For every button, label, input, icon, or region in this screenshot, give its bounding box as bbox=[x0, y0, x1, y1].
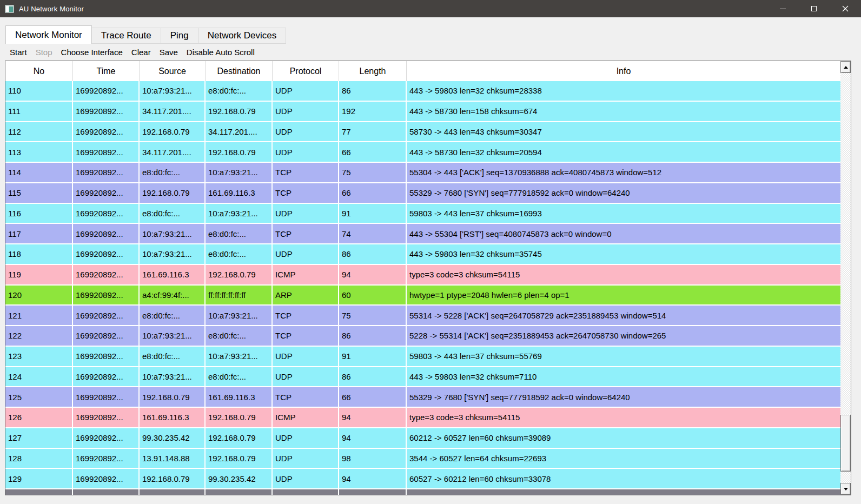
cell-no: 126 bbox=[5, 408, 73, 427]
cell-destination: 192.168.0.79 bbox=[206, 102, 273, 121]
table-row[interactable]: 129169920892...192.168.0.7999.30.235.42U… bbox=[5, 469, 840, 489]
maximize-button[interactable] bbox=[798, 0, 830, 17]
table-row[interactable]: 127169920892...99.30.235.42192.168.0.79U… bbox=[5, 428, 840, 449]
cell-time: 169920892... bbox=[73, 387, 140, 407]
cell-time: 169920892... bbox=[73, 102, 140, 121]
cell-info: 55329 -> 7680 ['SYN'] seq=777918592 ack=… bbox=[407, 183, 840, 203]
tab-network-devices[interactable]: Network Devices bbox=[198, 28, 287, 44]
cell-info: 3544 -> 60527 len=64 chksum=22693 bbox=[407, 449, 840, 468]
cell-no: 125 bbox=[5, 387, 73, 407]
cell-no: 118 bbox=[5, 244, 73, 264]
cell-length: 192 bbox=[339, 102, 407, 121]
cell-protocol: TCP bbox=[273, 387, 339, 407]
tab-network-monitor[interactable]: Network Monitor bbox=[5, 25, 92, 44]
cell-time: 169920892... bbox=[73, 183, 140, 203]
tab-label: Ping bbox=[170, 30, 189, 41]
cell-time: 169920892... bbox=[73, 224, 140, 243]
cell-info: 443 -> 58730 len=158 chksum=674 bbox=[407, 102, 840, 121]
cell-source: 192.168.0.79 bbox=[140, 469, 206, 488]
close-button[interactable] bbox=[830, 0, 861, 17]
cell-length: 66 bbox=[339, 142, 407, 162]
cell-length: 94 bbox=[339, 428, 407, 448]
cell-no: 127 bbox=[5, 428, 73, 448]
cell-destination: e8:d0:fc:... bbox=[206, 224, 273, 243]
table-row[interactable]: 122169920892...10:a7:93:21...e8:d0:fc:..… bbox=[5, 326, 840, 347]
cell-source: 13.91.148.88 bbox=[140, 449, 206, 468]
scrollbar-thumb[interactable] bbox=[840, 415, 851, 472]
column-header-source[interactable]: Source bbox=[140, 61, 206, 81]
cell-source: e8:d0:fc:... bbox=[140, 347, 206, 366]
table-row[interactable]: 124169920892...10:a7:93:21...e8:d0:fc:..… bbox=[5, 367, 840, 388]
table-row[interactable]: 117169920892...10:a7:93:21...e8:d0:fc:..… bbox=[5, 224, 840, 244]
scroll-down-button[interactable] bbox=[840, 483, 851, 495]
clear-button[interactable]: Clear bbox=[127, 48, 155, 57]
cell-source: 10:a7:93:21... bbox=[140, 224, 206, 243]
arrow-up-icon bbox=[844, 66, 848, 69]
cell-info: 59803 -> 443 len=37 chksum=55769 bbox=[407, 347, 840, 366]
cell-destination: 10:a7:93:21... bbox=[206, 163, 273, 182]
tab-label: Network Devices bbox=[208, 30, 277, 41]
column-header-info[interactable]: Info bbox=[407, 61, 840, 81]
column-header-destination[interactable]: Destination bbox=[206, 61, 273, 81]
cell-destination: 34.117.201.... bbox=[206, 122, 273, 142]
cell-info: hwtype=1 ptype=2048 hwlen=6 plen=4 op=1 bbox=[407, 286, 840, 305]
cell-source: 34.117.201.... bbox=[140, 142, 206, 162]
cell-time: 169920892... bbox=[73, 142, 140, 162]
column-header-time[interactable]: Time bbox=[73, 61, 140, 81]
partial-row[interactable] bbox=[5, 489, 840, 495]
cell-source: e8:d0:fc:... bbox=[140, 306, 206, 325]
table-row[interactable]: 119169920892...161.69.116.3192.168.0.79I… bbox=[5, 265, 840, 286]
auto-scroll-toggle[interactable]: Disable Auto Scroll bbox=[182, 48, 259, 57]
start-button[interactable]: Start bbox=[5, 48, 31, 57]
cell-length: 94 bbox=[339, 469, 407, 488]
choose-interface-button[interactable]: Choose Interface bbox=[57, 48, 127, 57]
table-row[interactable]: 113169920892...34.117.201....192.168.0.7… bbox=[5, 142, 840, 163]
cell-source: 161.69.116.3 bbox=[140, 408, 206, 427]
column-header-no[interactable]: No bbox=[5, 61, 73, 81]
save-button[interactable]: Save bbox=[155, 48, 182, 57]
cell-source: e8:d0:fc:... bbox=[140, 163, 206, 182]
cell-no: 117 bbox=[5, 224, 73, 243]
column-header-protocol[interactable]: Protocol bbox=[273, 61, 339, 81]
cell-length: 75 bbox=[339, 306, 407, 325]
cell-info: 55314 -> 5228 ['ACK'] seq=2647058729 ack… bbox=[407, 306, 840, 325]
table-row[interactable]: 116169920892...e8:d0:fc:...10:a7:93:21..… bbox=[5, 204, 840, 224]
cell-no: 123 bbox=[5, 347, 73, 366]
tab-ping[interactable]: Ping bbox=[161, 28, 198, 44]
table-row[interactable]: 121169920892...e8:d0:fc:...10:a7:93:21..… bbox=[5, 306, 840, 326]
table-row[interactable]: 115169920892...192.168.0.79161.69.116.3T… bbox=[5, 183, 840, 204]
cell-destination: 192.168.0.79 bbox=[206, 265, 273, 284]
table-row[interactable]: 114169920892...e8:d0:fc:...10:a7:93:21..… bbox=[5, 163, 840, 183]
table-row[interactable]: 128169920892...13.91.148.88192.168.0.79U… bbox=[5, 449, 840, 469]
cell-protocol: TCP bbox=[273, 183, 339, 203]
cell-info: 60212 -> 60527 len=60 chksum=39089 bbox=[407, 428, 840, 448]
cell-protocol: UDP bbox=[273, 428, 339, 448]
table-row[interactable]: 110169920892...10:a7:93:21...e8:d0:fc:..… bbox=[5, 81, 840, 102]
scroll-up-button[interactable] bbox=[840, 61, 851, 73]
packet-table: No Time Source Destination Protocol Leng… bbox=[5, 61, 840, 495]
table-row[interactable]: 125169920892...192.168.0.79161.69.116.3T… bbox=[5, 387, 840, 408]
tab-label: Trace Route bbox=[101, 30, 151, 41]
column-header-length[interactable]: Length bbox=[339, 61, 407, 81]
stop-button[interactable]: Stop bbox=[31, 48, 57, 57]
cell-time: 169920892... bbox=[73, 244, 140, 264]
tab-trace-route[interactable]: Trace Route bbox=[92, 28, 161, 44]
cell-no: 128 bbox=[5, 449, 73, 468]
cell-no: 122 bbox=[5, 326, 73, 346]
table-row[interactable]: 112169920892...192.168.0.7934.117.201...… bbox=[5, 122, 840, 143]
cell-no: 119 bbox=[5, 265, 73, 284]
vertical-scrollbar[interactable] bbox=[840, 61, 851, 495]
cell-destination: 192.168.0.79 bbox=[206, 142, 273, 162]
cell-source: e8:d0:fc:... bbox=[140, 204, 206, 223]
cell-info: 443 -> 59803 len=32 chksum=35745 bbox=[407, 244, 840, 264]
table-row[interactable]: 126169920892...161.69.116.3192.168.0.79I… bbox=[5, 408, 840, 428]
table-row[interactable]: 123169920892...e8:d0:fc:...10:a7:93:21..… bbox=[5, 347, 840, 367]
cell-info: 59803 -> 443 len=37 chksum=16993 bbox=[407, 204, 840, 223]
cell-length: 91 bbox=[339, 204, 407, 223]
minimize-button[interactable] bbox=[767, 0, 798, 17]
table-row[interactable]: 120169920892...a4:cf:99:4f:...ff:ff:ff:f… bbox=[5, 286, 840, 306]
table-row[interactable]: 118169920892...10:a7:93:21...e8:d0:fc:..… bbox=[5, 244, 840, 265]
cell-destination: e8:d0:fc:... bbox=[206, 244, 273, 264]
cell-info: 443 -> 58730 len=32 chksum=20594 bbox=[407, 142, 840, 162]
table-row[interactable]: 111169920892...34.117.201....192.168.0.7… bbox=[5, 102, 840, 122]
